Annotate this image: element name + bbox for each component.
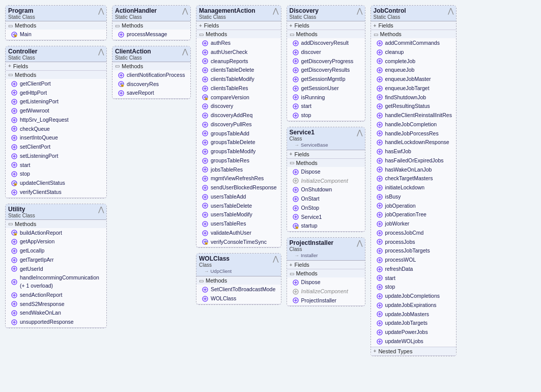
section-toggle[interactable]: ▭ xyxy=(199,32,204,37)
list-item[interactable]: InitializeComponent xyxy=(287,287,365,296)
section-header[interactable]: ▭Methods xyxy=(287,269,365,277)
collapse-arrows[interactable]: ⋀ xyxy=(357,129,362,136)
list-item[interactable]: processMessage xyxy=(112,30,190,39)
list-item[interactable]: authUserCheck xyxy=(196,48,281,57)
list-item[interactable]: handleJobCompletion xyxy=(371,120,456,129)
section-toggle[interactable]: + xyxy=(290,151,293,157)
list-item[interactable]: completeJob xyxy=(371,57,456,66)
list-item[interactable]: getClientPort xyxy=(6,79,106,89)
section-toggle[interactable]: ▭ xyxy=(290,160,294,165)
section-toggle[interactable]: ▭ xyxy=(8,221,13,227)
section-header[interactable]: ▭Methods xyxy=(6,220,106,228)
list-item[interactable]: getDiscoveryProgress xyxy=(287,57,365,66)
collapse-arrows[interactable]: ⋀ xyxy=(98,7,104,14)
list-item[interactable]: jobOperationTree xyxy=(371,210,456,219)
list-item[interactable]: updateWOLjobs xyxy=(371,337,456,346)
section-toggle[interactable]: + xyxy=(374,23,377,29)
section-toggle[interactable]: + xyxy=(199,23,202,29)
section-header[interactable]: ▭Methods xyxy=(6,71,106,79)
list-item[interactable]: httpSrv_LogRequest xyxy=(6,116,106,125)
list-item[interactable]: Dispose xyxy=(287,278,365,287)
list-item[interactable]: addDiscoveryResult xyxy=(287,39,365,48)
list-item[interactable]: getSessionUser xyxy=(287,84,365,93)
list-item[interactable]: unsupportedResponse xyxy=(6,318,106,327)
list-item[interactable]: 🔒compareVersion xyxy=(196,93,281,102)
list-item[interactable]: clientsTableRes xyxy=(196,84,281,93)
section-toggle[interactable]: + xyxy=(8,63,11,69)
list-item[interactable]: sendUserBlockedResponse xyxy=(196,183,281,192)
list-item[interactable]: jobsTableRes xyxy=(196,165,281,175)
section-toggle[interactable]: ▭ xyxy=(115,23,120,29)
list-item[interactable]: cleanup xyxy=(371,48,456,57)
list-item[interactable]: enqueueJob xyxy=(371,66,456,75)
section-header[interactable]: +Fields xyxy=(287,261,365,269)
list-item[interactable]: 🔒Main xyxy=(6,30,106,39)
list-item[interactable]: WOLClass xyxy=(196,294,281,303)
list-item[interactable]: getUserId xyxy=(6,265,106,274)
list-item[interactable]: updateJobTargets xyxy=(371,319,456,328)
list-item[interactable]: Dispose xyxy=(287,167,365,177)
section-header[interactable]: ▭Methods xyxy=(287,30,365,38)
list-item[interactable]: getWwwroot xyxy=(6,106,106,116)
list-item[interactable]: OnStop xyxy=(287,204,365,213)
list-item[interactable]: stop xyxy=(287,111,365,120)
list-item[interactable]: Service1 xyxy=(287,213,365,222)
list-item[interactable]: clientsTableDelete xyxy=(196,66,281,75)
section-toggle[interactable]: ▭ xyxy=(374,32,378,37)
list-item[interactable]: isBusy xyxy=(371,192,456,202)
collapse-arrows[interactable]: ⋀ xyxy=(357,7,362,14)
list-item[interactable]: getLocalIp xyxy=(6,246,106,256)
list-item[interactable]: handleIncommingCommunication (+ 1 overlo… xyxy=(6,273,106,291)
list-item[interactable]: findShutdownJob xyxy=(371,93,456,102)
section-header[interactable]: ▭Methods xyxy=(112,21,190,30)
section-header[interactable]: +Fields xyxy=(287,150,365,158)
list-item[interactable]: OnShutdown xyxy=(287,185,365,194)
list-item[interactable]: processJobTargets xyxy=(371,246,456,256)
list-item[interactable]: sendS2Mresponse xyxy=(6,300,106,309)
list-item[interactable]: stop xyxy=(6,170,106,179)
list-item[interactable]: 🔒updateClientStatus xyxy=(6,179,106,188)
list-item[interactable]: groupsTableRes xyxy=(196,156,281,165)
list-item[interactable]: 🔒startup xyxy=(287,221,365,231)
list-item[interactable]: sendActionReport xyxy=(6,291,106,300)
list-item[interactable]: 🔒discoveryRes xyxy=(112,80,190,89)
section-toggle[interactable]: + xyxy=(290,23,293,29)
list-item[interactable]: mgmtViewRefreshRes xyxy=(196,174,281,183)
list-item[interactable]: validateAuthUser xyxy=(196,229,281,238)
section-toggle[interactable]: + xyxy=(290,262,293,268)
list-item[interactable]: getTargetIpArr xyxy=(6,256,106,265)
list-item[interactable]: processJobs xyxy=(371,238,456,247)
list-item[interactable]: updateJobMasters xyxy=(371,310,456,319)
section-header[interactable]: +Nested Types xyxy=(371,347,456,355)
section-toggle[interactable]: ▭ xyxy=(290,271,294,276)
section-header[interactable]: +Fields xyxy=(196,21,281,30)
list-item[interactable]: getResultingStatus xyxy=(371,102,456,111)
list-item[interactable]: groupsTableAdd xyxy=(196,129,281,138)
list-item[interactable]: groupsTableModify xyxy=(196,147,281,156)
list-item[interactable]: handleLockdownResponse xyxy=(371,138,456,147)
list-item[interactable]: usersTableModify xyxy=(196,210,281,219)
section-header[interactable]: ▭Methods xyxy=(6,21,106,30)
list-item[interactable]: clientNotificationProcess xyxy=(112,71,190,80)
list-item[interactable]: handleJobPorcessRes xyxy=(371,129,456,138)
list-item[interactable]: 🔒verifyConsoleTimeSync xyxy=(196,238,281,247)
list-item[interactable]: discoveryAddReq xyxy=(196,111,281,120)
list-item[interactable]: getDiscoveryResults xyxy=(287,66,365,75)
list-item[interactable]: checkTargetMasters xyxy=(371,174,456,183)
collapse-arrows[interactable]: ⋀ xyxy=(182,48,188,55)
collapse-arrows[interactable]: ⋀ xyxy=(182,7,188,14)
list-item[interactable]: 🔒buildActionReport xyxy=(6,229,106,238)
section-header[interactable]: ▭Methods xyxy=(371,30,456,38)
list-item[interactable]: start xyxy=(6,161,106,170)
list-item[interactable]: updatePowerJobs xyxy=(371,328,456,337)
list-item[interactable]: enqueueJobMaster xyxy=(371,75,456,84)
collapse-arrows[interactable]: ⋀ xyxy=(98,206,104,213)
list-item[interactable]: isRunning xyxy=(287,93,365,102)
list-item[interactable]: getAppVersion xyxy=(6,237,106,246)
section-toggle[interactable]: + xyxy=(374,348,377,354)
list-item[interactable]: hasFailedOrExpiredJobs xyxy=(371,156,456,165)
list-item[interactable]: groupsTableDelete xyxy=(196,138,281,147)
section-toggle[interactable]: ▭ xyxy=(199,278,204,284)
list-item[interactable]: refreshData xyxy=(371,265,456,274)
list-item[interactable]: InitializeComponent xyxy=(287,177,365,186)
